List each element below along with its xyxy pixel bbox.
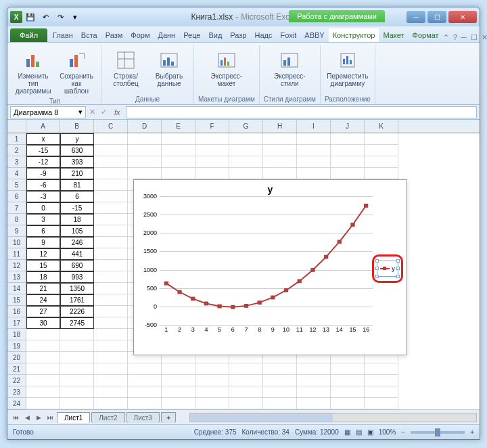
cell[interactable] <box>297 133 331 145</box>
cell[interactable] <box>162 156 195 168</box>
row-header[interactable]: 21 <box>7 363 26 375</box>
cell[interactable] <box>263 145 297 156</box>
ribbon-tab[interactable]: Вста <box>77 28 101 42</box>
cell[interactable] <box>365 133 398 145</box>
ribbon-context-tab[interactable]: Макет <box>379 28 408 42</box>
cell[interactable]: 1350 <box>60 283 94 294</box>
row-header[interactable]: 16 <box>7 306 26 317</box>
cell[interactable] <box>162 133 195 145</box>
help-icon[interactable]: ? <box>453 33 457 42</box>
cell[interactable] <box>94 386 128 398</box>
cell[interactable] <box>60 329 94 340</box>
cell[interactable]: 12 <box>26 248 60 260</box>
cell[interactable] <box>128 133 162 145</box>
cell[interactable] <box>162 375 195 386</box>
cell[interactable] <box>263 398 297 409</box>
cell[interactable]: 393 <box>60 156 94 168</box>
cell[interactable]: 18 <box>60 214 94 225</box>
cell[interactable] <box>26 375 60 386</box>
cell[interactable] <box>94 329 128 340</box>
cell[interactable]: 105 <box>60 225 94 237</box>
cell[interactable] <box>365 168 398 179</box>
cell[interactable] <box>94 225 128 237</box>
ribbon-tab[interactable]: Главн <box>49 28 77 42</box>
cell[interactable] <box>94 237 128 248</box>
cell[interactable] <box>195 375 229 386</box>
row-header[interactable]: 1 <box>7 133 26 145</box>
cell[interactable] <box>297 156 331 168</box>
cell[interactable] <box>229 375 263 386</box>
cell[interactable] <box>195 386 229 398</box>
cell[interactable] <box>94 294 128 306</box>
doc-restore-icon[interactable]: ☐ <box>471 33 478 42</box>
cell[interactable] <box>128 375 162 386</box>
chart-title[interactable]: y <box>134 180 407 196</box>
column-header[interactable]: E <box>162 120 195 133</box>
cell[interactable] <box>195 133 229 145</box>
chart-object[interactable]: y -500050010001500200025003000 123456789… <box>133 179 407 355</box>
cell[interactable]: 15 <box>26 260 60 271</box>
row-header[interactable]: 9 <box>7 225 26 237</box>
cell[interactable] <box>331 386 365 398</box>
cell[interactable] <box>297 398 331 409</box>
cell[interactable]: x <box>26 133 60 145</box>
cell[interactable] <box>94 283 128 294</box>
cell[interactable] <box>128 145 162 156</box>
cell[interactable]: -9 <box>26 168 60 179</box>
column-header[interactable]: C <box>94 120 128 133</box>
cell[interactable] <box>195 168 229 179</box>
cell[interactable] <box>263 363 297 375</box>
cell[interactable] <box>263 375 297 386</box>
cell[interactable] <box>331 168 365 179</box>
chart-line-series[interactable] <box>160 196 373 325</box>
cell[interactable] <box>229 363 263 375</box>
view-layout-icon[interactable]: ▤ <box>356 428 362 436</box>
cell[interactable]: 3 <box>26 214 60 225</box>
column-header[interactable]: A <box>26 120 60 133</box>
cell[interactable] <box>331 375 365 386</box>
cell[interactable] <box>162 386 195 398</box>
cell[interactable] <box>26 363 60 375</box>
name-box[interactable]: Диаграмма 8▾ <box>10 106 86 118</box>
cell[interactable] <box>94 398 128 409</box>
sheet-tab[interactable]: Лист3 <box>126 412 160 423</box>
cell[interactable]: 2226 <box>60 306 94 317</box>
row-header[interactable]: 3 <box>7 156 26 168</box>
row-header[interactable]: 20 <box>7 352 26 363</box>
doc-minimize-icon[interactable]: ─ <box>461 33 467 42</box>
row-header[interactable]: 4 <box>7 168 26 179</box>
cell[interactable] <box>297 168 331 179</box>
cell[interactable] <box>229 133 263 145</box>
row-header[interactable]: 24 <box>7 398 26 409</box>
zoom-slider[interactable] <box>411 431 465 434</box>
cell[interactable]: 18 <box>26 271 60 283</box>
cell[interactable]: -12 <box>26 156 60 168</box>
cell[interactable] <box>128 398 162 409</box>
cell[interactable] <box>128 168 162 179</box>
sheet-nav-next[interactable]: ▶ <box>33 414 44 421</box>
cell[interactable] <box>263 386 297 398</box>
cell[interactable] <box>94 317 128 329</box>
cell[interactable] <box>297 375 331 386</box>
cell[interactable] <box>365 145 398 156</box>
cell[interactable] <box>60 363 94 375</box>
cell[interactable] <box>229 398 263 409</box>
cell[interactable] <box>60 340 94 352</box>
cell[interactable]: 690 <box>60 260 94 271</box>
cell[interactable] <box>229 168 263 179</box>
save-button[interactable]: 💾 <box>24 10 37 24</box>
cell[interactable] <box>94 168 128 179</box>
cell[interactable]: y <box>60 133 94 145</box>
select-all-corner[interactable] <box>7 120 26 133</box>
cell[interactable] <box>128 386 162 398</box>
cell[interactable]: -3 <box>26 191 60 202</box>
row-header[interactable]: 2 <box>7 145 26 156</box>
undo-button[interactable]: ↶ <box>39 10 52 24</box>
column-header[interactable]: F <box>195 120 229 133</box>
cell[interactable] <box>331 156 365 168</box>
cell[interactable] <box>26 352 60 363</box>
ribbon-tab[interactable]: Разм <box>101 28 127 42</box>
fx-enter[interactable]: ✓ <box>99 108 109 116</box>
sheet-tab[interactable]: Лист2 <box>91 412 124 423</box>
cell[interactable]: 6 <box>60 191 94 202</box>
